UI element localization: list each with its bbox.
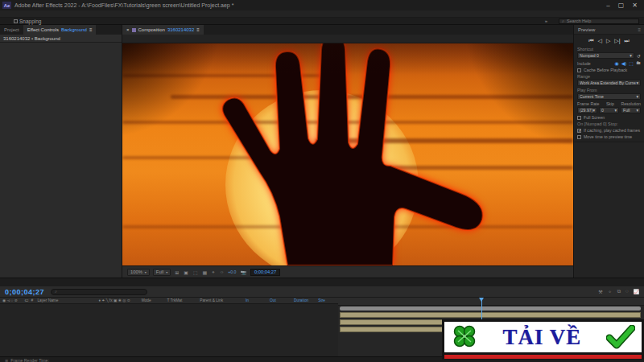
move-time-checkbox[interactable] bbox=[577, 135, 581, 139]
stretch-header[interactable]: Stre bbox=[318, 298, 338, 302]
time-ruler[interactable] bbox=[338, 298, 644, 306]
out-header[interactable]: Out bbox=[270, 298, 294, 302]
workspace-overflow-button[interactable]: » bbox=[540, 19, 552, 23]
play-button[interactable]: ▷ bbox=[606, 38, 610, 44]
cache-label: Cache Before Playback bbox=[584, 68, 627, 72]
preview-title: Preview bbox=[578, 27, 595, 32]
minimize-button[interactable]: – bbox=[606, 2, 609, 9]
play-from-label: Play From bbox=[577, 88, 641, 93]
layer-duration-bar[interactable] bbox=[340, 312, 641, 318]
include-label: Include bbox=[577, 61, 591, 66]
menu-bar bbox=[0, 10, 644, 18]
play-from-value: Current Time bbox=[580, 94, 604, 99]
window-title: Adobe After Effects 2022 - A:\FoodFiles\… bbox=[14, 2, 233, 8]
preview-timecode[interactable]: 0;00;04;27 bbox=[250, 269, 280, 276]
effect-controls-source-title: 3160214032 • Background bbox=[0, 35, 122, 43]
cache-before-playback-checkbox[interactable] bbox=[577, 68, 581, 72]
close-button[interactable]: ✕ bbox=[632, 2, 638, 9]
snapshot-icon[interactable]: 📷 bbox=[239, 269, 247, 275]
full-screen-label: Full Screen bbox=[584, 115, 605, 120]
current-timecode[interactable]: 0;00;04;27 bbox=[0, 288, 51, 296]
checkmark-icon bbox=[606, 325, 635, 349]
timeline-column-headers: ◉ ◅ ○ ⊘ 🏷 # Layer Name ♦ ✦ ╲ fx ▣ ❀ ◎ ⊙ … bbox=[0, 298, 338, 304]
play-cached-frames-checkbox[interactable] bbox=[577, 129, 581, 133]
trkmat-header[interactable]: T TrkMat bbox=[167, 298, 200, 302]
mask-visibility-icon[interactable]: ▣ bbox=[183, 269, 189, 275]
shortcut-dropdown[interactable]: Numpad 0▾ bbox=[577, 52, 634, 59]
motion-blur-icon[interactable]: ◌ bbox=[625, 289, 629, 294]
download-banner-text[interactable]: TẢI VỀ bbox=[503, 325, 582, 350]
comp-icon bbox=[132, 28, 136, 32]
title-bar: Ae Adobe After Effects 2022 - A:\FoodFil… bbox=[0, 0, 644, 10]
play-cached-frames-label: If caching, play cached frames bbox=[584, 128, 640, 133]
full-screen-checkbox[interactable] bbox=[577, 116, 581, 120]
close-tab-icon[interactable]: × bbox=[126, 27, 130, 32]
duration-header[interactable]: Duration bbox=[294, 298, 318, 302]
include-overlays-icon[interactable]: ⬚ bbox=[629, 60, 634, 66]
play-from-dropdown[interactable]: Current Time▾ bbox=[577, 93, 641, 100]
viewer-toolbar: 100%▾ Full▾ ⊞ ▣ ⬚ ▦ ⌖ ☼ +0.0 📷 0;00;04;2… bbox=[122, 265, 573, 278]
skip-dropdown[interactable]: 0▾ bbox=[599, 107, 619, 113]
tab-effect-controls[interactable]: Effect Controls Background ≡ bbox=[23, 25, 97, 35]
overflow-icon[interactable]: 🖿 bbox=[636, 60, 641, 66]
range-label: Range bbox=[577, 74, 641, 79]
parent-link-header[interactable]: Parent & Link bbox=[200, 298, 246, 302]
download-banner[interactable]: TẢI VỀ bbox=[442, 319, 644, 360]
reset-preview-icon[interactable]: ↺ bbox=[637, 53, 641, 59]
last-frame-button[interactable]: ⏭ bbox=[624, 38, 629, 44]
panel-header-preview[interactable]: Preview ≡ bbox=[574, 25, 644, 35]
frame-rate-dropdown[interactable]: (29.97)▾ bbox=[577, 107, 597, 113]
snapping-toggle[interactable]: Snapping bbox=[14, 19, 41, 24]
snapping-checkbox[interactable] bbox=[14, 19, 18, 23]
effect-controls-tab-label: Effect Controls bbox=[27, 27, 59, 32]
work-area-bar[interactable] bbox=[340, 306, 641, 311]
panel-menu-icon[interactable]: ≡ bbox=[89, 27, 93, 32]
shortcut-label: Shortcut bbox=[577, 47, 641, 51]
composition-viewport[interactable] bbox=[122, 43, 573, 265]
camera-view-icon[interactable]: ⌖ bbox=[211, 269, 215, 275]
in-header[interactable]: In bbox=[246, 298, 270, 302]
skip-label: Skip bbox=[606, 101, 614, 106]
shortcut-value: Numpad 0 bbox=[580, 53, 599, 58]
first-frame-button[interactable]: ⏮ bbox=[588, 38, 593, 44]
banner-red-strip bbox=[442, 355, 644, 360]
tab-composition[interactable]: × Composition 3160214032 ≡ bbox=[122, 25, 204, 35]
effect-list bbox=[0, 43, 122, 278]
panel-menu-icon[interactable]: ≡ bbox=[638, 27, 644, 32]
frame-rate-value: (29.97) bbox=[580, 108, 592, 113]
search-icon: ⌕ bbox=[55, 289, 57, 294]
tool-bar: Snapping » ⌕ Search Help bbox=[0, 18, 644, 25]
layer-name-header[interactable]: Layer Name bbox=[37, 298, 98, 302]
prev-frame-button[interactable]: ◁ bbox=[598, 38, 602, 44]
range-dropdown[interactable]: Work Area Extended By Current...▾ bbox=[577, 80, 641, 86]
search-help-input[interactable]: ⌕ Search Help bbox=[559, 19, 639, 24]
resolution-value: Full bbox=[156, 269, 163, 274]
panel-menu-icon[interactable]: ≡ bbox=[196, 27, 200, 32]
frame-blending-icon[interactable]: ⧉ bbox=[617, 289, 621, 294]
resolution-label: Resolution bbox=[621, 101, 641, 106]
transparency-grid-icon[interactable]: ▦ bbox=[202, 269, 208, 275]
effect-controls-target: Background bbox=[61, 27, 87, 32]
include-audio-icon[interactable]: ◀) bbox=[621, 60, 627, 66]
region-of-interest-icon[interactable]: ⬚ bbox=[192, 269, 199, 275]
next-frame-button[interactable]: ▷| bbox=[614, 38, 620, 44]
timeline-search-input[interactable]: ⌕ bbox=[51, 289, 147, 295]
switches-header: ♦ ✦ ╲ fx ▣ ❀ ◎ ⊙ bbox=[99, 298, 142, 302]
exposure-value[interactable]: +0.0 bbox=[228, 269, 236, 274]
mode-header[interactable]: Mode bbox=[142, 298, 167, 302]
composition-mini-flowchart-icon[interactable]: ⚒ bbox=[598, 289, 602, 294]
resolution-dropdown[interactable]: Full▾ bbox=[153, 269, 171, 276]
resolution-preview-dropdown[interactable]: Full▾ bbox=[621, 107, 641, 113]
resolution-preview-value: Full bbox=[623, 108, 630, 113]
on-stop-label: On [Numpad 0] Stop: bbox=[577, 121, 641, 126]
preview-panel-body: ⏮ ◁ ▷ ▷| ⏭ Shortcut Numpad 0▾ ↺ Include bbox=[574, 35, 644, 142]
grid-guides-icon[interactable]: ⊞ bbox=[174, 269, 180, 275]
include-video-icon[interactable]: ◉ bbox=[614, 60, 618, 66]
snapping-label: Snapping bbox=[19, 19, 41, 24]
tab-project[interactable]: Project bbox=[0, 25, 23, 35]
maximize-button[interactable]: ▢ bbox=[618, 2, 625, 9]
exposure-icon[interactable]: ☼ bbox=[219, 269, 225, 274]
draft-3d-icon[interactable]: 🝔 bbox=[608, 289, 613, 294]
graph-editor-icon[interactable]: 📈 bbox=[634, 289, 640, 294]
magnification-dropdown[interactable]: 100%▾ bbox=[127, 269, 150, 276]
